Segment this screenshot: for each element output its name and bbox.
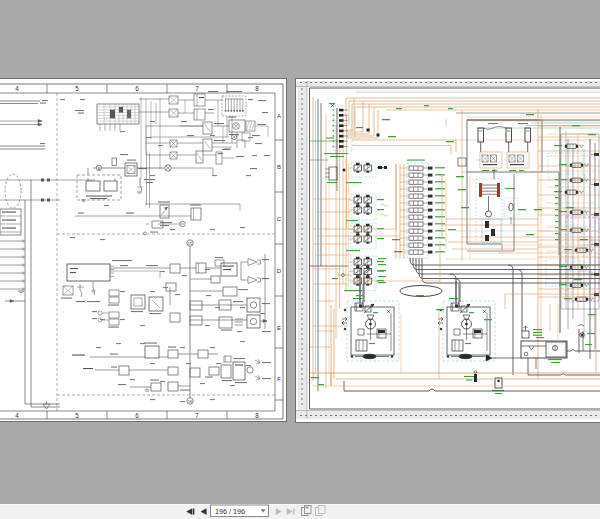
svg-text:8: 8 <box>255 85 259 92</box>
svg-text:4: 4 <box>15 85 19 92</box>
svg-text:8: 8 <box>255 412 259 419</box>
svg-text:D: D <box>277 268 282 274</box>
svg-text:7: 7 <box>195 85 199 92</box>
svg-text:B: B <box>277 164 281 170</box>
svg-text:F: F <box>277 376 281 382</box>
svg-text:E: E <box>277 325 281 331</box>
svg-text:5: 5 <box>75 85 79 92</box>
svg-text:5: 5 <box>75 412 79 419</box>
svg-text:6: 6 <box>135 412 139 419</box>
svg-text:7: 7 <box>195 412 199 419</box>
svg-text:15: 15 <box>188 241 193 246</box>
svg-text:6: 6 <box>135 85 139 92</box>
svg-text:C: C <box>277 216 282 222</box>
svg-text:4: 4 <box>15 412 19 419</box>
svg-text:A: A <box>277 113 281 119</box>
svg-text:16: 16 <box>188 399 193 404</box>
